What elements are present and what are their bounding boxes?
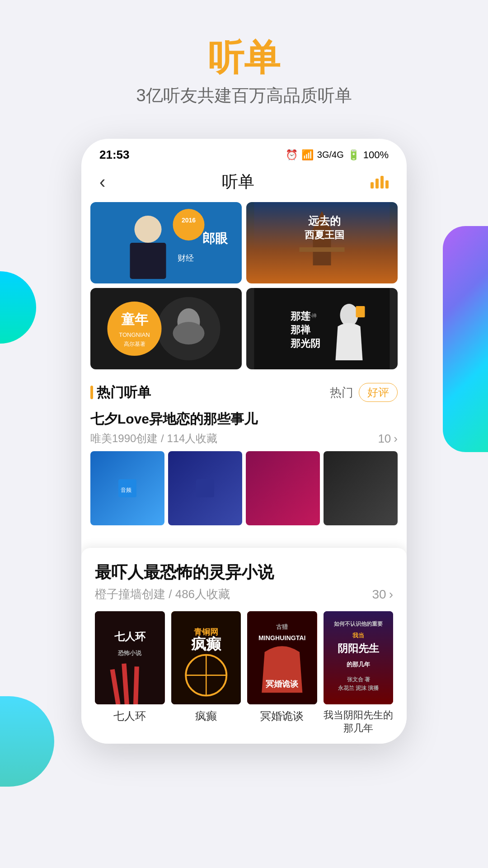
book-item-1[interactable]: 七人环 恐怖小说 七人环	[95, 611, 165, 735]
back-button[interactable]: ‹	[99, 172, 105, 192]
svg-rect-20	[254, 288, 390, 369]
page-title: 听单	[0, 36, 488, 80]
svg-text:永花兰 泥沫 演播: 永花兰 泥沫 演播	[338, 685, 379, 691]
page-subtitle: 3亿听友共建百万高品质听单	[0, 84, 488, 107]
bottom-card-meta: 橙子撞墙创建 / 486人收藏 30 ›	[95, 586, 393, 602]
svg-point-2	[173, 209, 205, 241]
thumb-1b	[168, 451, 242, 525]
bottom-card-creator: 橙子撞墙创建 / 486人收藏	[95, 586, 230, 602]
svg-text:古猎: 古猎	[276, 623, 288, 630]
book-item-3[interactable]: 古猎 MINGHUINGTAI 冥婚诡谈 冥婚诡谈	[247, 611, 317, 735]
playlist-meta-1: 唯美1990创建 / 114人收藏 10 ›	[90, 431, 398, 446]
alarm-icon: ⏰	[286, 149, 298, 161]
hot-header: 热门听单 热门 好评	[90, 383, 398, 402]
svg-text:的那几年: 的那几年	[347, 661, 371, 668]
banner-cj[interactable]: 2016 郎眼 财经	[90, 202, 242, 283]
playlist-item-1[interactable]: 七夕Love异地恋的那些事儿 唯美1990创建 / 114人收藏 10 › 音频	[90, 410, 398, 525]
book-item-2[interactable]: 青铜网 疯癫 疯癫	[171, 611, 241, 735]
svg-rect-31	[95, 611, 165, 704]
status-right: ⏰ 📶 3G/4G 🔋 100%	[286, 149, 389, 161]
svg-rect-30	[196, 479, 214, 497]
filter-hot-text[interactable]: 热门	[330, 385, 353, 401]
book-cover-2: 青铜网 疯癫	[171, 611, 241, 704]
blob-bottom-left	[0, 696, 54, 787]
svg-point-16	[108, 302, 162, 356]
nav-bar: ‹ 听单	[81, 166, 407, 202]
svg-text:如何不认识他的重要: 如何不认识他的重要	[333, 621, 383, 627]
book-cover-1: 七人环 恐怖小说	[95, 611, 165, 704]
book-cover-3: 古猎 MINGHUINGTAI 冥婚诡谈	[247, 611, 317, 704]
svg-point-15	[173, 322, 205, 344]
svg-line-35	[136, 666, 137, 704]
bottom-card-title: 最吓人最恐怖的灵异小说	[95, 561, 393, 584]
svg-text:那禅: 那禅	[290, 324, 311, 335]
blob-left	[0, 271, 36, 344]
bottom-card: 最吓人最恐怖的灵异小说 橙子撞墙创建 / 486人收藏 30 ›	[81, 548, 407, 744]
svg-text:恐怖小说: 恐怖小说	[117, 650, 142, 656]
svg-text:雪小禅: 雪小禅	[302, 313, 317, 318]
svg-rect-9	[300, 247, 345, 252]
book-title-4: 我当阴阳先生的那几年	[324, 709, 394, 735]
book-title-2: 疯癫	[195, 709, 217, 723]
svg-point-0	[135, 216, 162, 243]
svg-text:音频: 音频	[121, 487, 131, 493]
svg-text:七人环: 七人环	[114, 631, 146, 642]
playlist-creator-1: 唯美1990创建 / 114人收藏	[90, 431, 217, 446]
battery-percent: 100%	[363, 149, 389, 161]
banner-tongnian[interactable]: 童年 TONGNIAN 高尔基著	[90, 288, 242, 369]
thumb-1a: 音频	[90, 451, 164, 525]
status-bar: 21:53 ⏰ 📶 3G/4G 🔋 100%	[81, 139, 407, 166]
svg-text:我当: 我当	[352, 632, 364, 639]
hot-section: 热门听单 热门 好评 七夕Love异地恋的那些事儿 唯美1990创建 / 114…	[81, 378, 407, 539]
hot-title-bar	[90, 386, 93, 399]
banner-3-svg: 童年 TONGNIAN 高尔基著	[90, 288, 242, 369]
nav-title: 听单	[222, 171, 254, 193]
playlist-count-1: 10 ›	[378, 432, 398, 446]
thumb-1d	[324, 451, 398, 525]
svg-text:阴阳先生: 阴阳先生	[338, 642, 380, 654]
wifi-icon: 📶	[301, 149, 314, 161]
svg-text:MINGHUINGTAI: MINGHUINGTAI	[258, 634, 305, 642]
book-item-4[interactable]: 如何不认识他的重要 我当 阴阳先生 的那几年 张文合 著 永花兰 泥沫 演播 我…	[324, 611, 394, 735]
banner-2-svg: 远去的 西夏王国	[246, 202, 398, 283]
chart-icon[interactable]	[371, 176, 389, 189]
bottom-card-count: 30 ›	[372, 587, 393, 602]
banner-4-svg: 那莲 那禅 那光阴 雪小禅 著	[246, 288, 398, 369]
book-title-1: 七人环	[113, 709, 146, 723]
svg-text:那光阴: 那光阴	[290, 338, 320, 349]
banner-xixia[interactable]: 远去的 西夏王国	[246, 202, 398, 283]
svg-text:童年: 童年	[121, 312, 149, 327]
banner-nalian[interactable]: 那莲 那禅 那光阴 雪小禅 著	[246, 288, 398, 369]
svg-text:青铜网: 青铜网	[194, 627, 218, 637]
hot-filter: 热门 好评	[330, 383, 398, 402]
svg-text:冥婚诡谈: 冥婚诡谈	[266, 679, 299, 689]
svg-rect-22	[356, 306, 365, 317]
page-container: 听单 3亿听友共建百万高品质听单 21:53 ⏰ 📶 3G/4G 🔋 100% …	[0, 0, 488, 868]
svg-text:疯癫: 疯癫	[191, 636, 221, 652]
svg-rect-1	[130, 243, 166, 279]
status-time: 21:53	[99, 148, 130, 162]
filter-rating-badge[interactable]: 好评	[359, 383, 398, 402]
signal-icon: 3G/4G	[317, 150, 344, 160]
svg-text:张文合 著: 张文合 著	[347, 676, 370, 682]
svg-text:高尔基著: 高尔基著	[124, 341, 145, 347]
banner-grid: 2016 郎眼 财经	[81, 202, 407, 369]
svg-text:TONGNIAN: TONGNIAN	[119, 331, 150, 338]
banner-1-svg: 2016 郎眼 财经	[90, 202, 242, 283]
svg-text:远去的: 远去的	[308, 215, 341, 227]
svg-text:2016: 2016	[182, 217, 196, 224]
books-row: 七人环 恐怖小说 七人环 青铜网 疯癫	[95, 611, 393, 735]
playlist-thumbs-1: 音频	[90, 451, 398, 525]
blob-right	[443, 226, 488, 452]
playlist-title-1: 七夕Love异地恋的那些事儿	[90, 410, 398, 429]
phone-mockup: 21:53 ⏰ 📶 3G/4G 🔋 100% ‹ 听单	[81, 139, 407, 744]
svg-line-34	[124, 664, 127, 704]
svg-text:著: 著	[302, 324, 307, 330]
hot-title: 热门听单	[90, 383, 151, 402]
svg-text:郎眼: 郎眼	[202, 231, 228, 245]
book-title-3: 冥婚诡谈	[260, 709, 304, 723]
book-cover-4: 如何不认识他的重要 我当 阴阳先生 的那几年 张文合 著 永花兰 泥沫 演播	[324, 611, 394, 704]
thumb-1c	[246, 451, 320, 525]
top-section: 听单 3亿听友共建百万高品质听单	[0, 0, 488, 125]
battery-icon: 🔋	[347, 149, 360, 161]
